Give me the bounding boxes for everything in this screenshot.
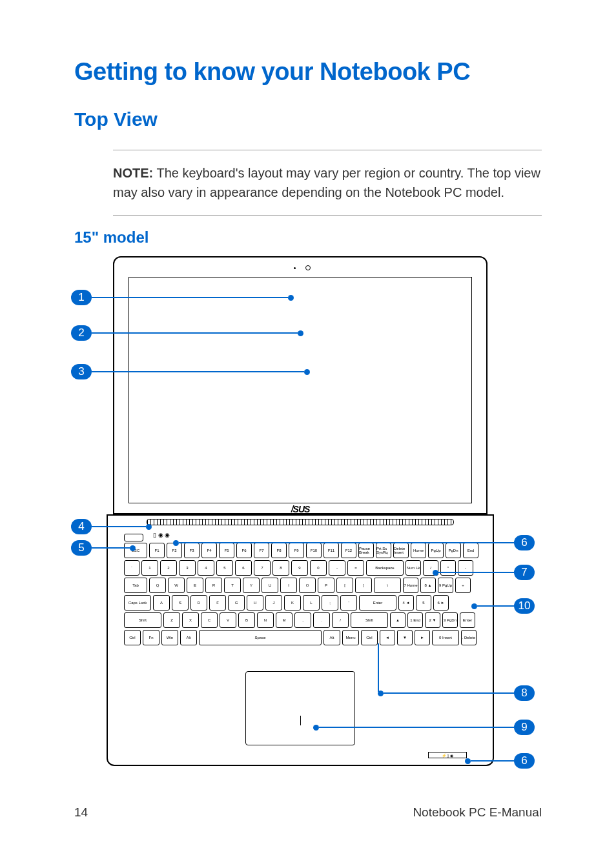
key: J — [265, 595, 282, 611]
key: Fn — [143, 630, 159, 645]
key: Shift — [351, 612, 388, 628]
callout-line — [438, 572, 514, 573]
key: . — [313, 612, 330, 628]
callout-line — [92, 332, 298, 334]
callout-6-top: 6 — [173, 535, 535, 550]
callout-badge-7: 7 — [514, 565, 535, 580]
callout-line — [92, 371, 304, 372]
footer-text: Notebook PC E-Manual — [413, 805, 542, 820]
callout-line — [471, 760, 514, 762]
key: ► — [415, 630, 430, 645]
microphone-icon — [294, 267, 296, 269]
callout-7: 7 — [433, 565, 535, 580]
key: V — [220, 612, 236, 628]
key: / — [332, 612, 349, 628]
key: Z — [163, 612, 180, 628]
key: X — [182, 612, 199, 628]
key: 2 ▼ — [425, 612, 440, 628]
callout-dot — [433, 570, 438, 576]
key: F1 — [149, 543, 165, 558]
callout-9: 9 — [313, 720, 535, 735]
key: F — [209, 595, 226, 611]
key: G — [228, 595, 245, 611]
key-row-3: TabQWERTYUIOP[]\7 Home8 ▲9 PgUp+ — [124, 578, 477, 593]
key: O — [299, 578, 316, 593]
key: 1 — [141, 560, 158, 576]
key: 0 Insert — [432, 630, 459, 645]
callout-1: 1 — [71, 290, 294, 305]
key: H — [247, 595, 263, 611]
key: Q — [149, 578, 166, 593]
key: Num Lk — [406, 560, 421, 576]
key: Shift — [124, 612, 161, 628]
callout-2: 2 — [71, 325, 303, 341]
key: \ — [374, 578, 401, 593]
callout-dot — [288, 295, 294, 301]
key: 7 — [254, 560, 271, 576]
key: E — [187, 578, 203, 593]
key: N — [257, 612, 274, 628]
callout-badge-3: 3 — [71, 364, 92, 379]
key: ' — [340, 595, 357, 611]
key: ◄ — [380, 630, 395, 645]
key-row-2: `1234567890-=BackspaceNum Lk/*- — [124, 560, 477, 576]
key: 5 — [216, 560, 233, 576]
key-row-6: CtrlFnWinAltSpaceAltMenuCtrl◄▼►0 Insert.… — [124, 630, 477, 645]
key: K — [284, 595, 301, 611]
key: 9 — [291, 560, 308, 576]
key: A — [153, 595, 170, 611]
key: D — [190, 595, 207, 611]
page-footer: 14 Notebook PC E-Manual — [74, 805, 542, 820]
key: Ctrl — [124, 630, 141, 645]
key: Backspace — [366, 560, 404, 576]
hinge — [147, 519, 454, 525]
key: ; — [322, 595, 338, 611]
section-title: Top View — [74, 108, 542, 130]
key: Y — [243, 578, 260, 593]
key: ▼ — [397, 630, 413, 645]
callout-dot — [313, 725, 319, 731]
callout-dot — [130, 545, 136, 551]
key: 3 PgDn — [442, 612, 458, 628]
key: , — [294, 612, 311, 628]
key: 7 Home — [403, 578, 418, 593]
key-row-4: Caps LockASDFGHJKL;'Enter4 ◄56 ► — [124, 595, 477, 611]
callout-dot — [173, 540, 179, 546]
callout-badge-2: 2 — [71, 325, 92, 341]
key: P — [318, 578, 334, 593]
note-text: The keyboard's layout may vary per regio… — [113, 166, 540, 199]
key: 6 — [235, 560, 252, 576]
key: Menu — [342, 630, 359, 645]
key: ] — [355, 578, 372, 593]
key: Ctrl — [361, 630, 378, 645]
status-leds-bottom: ⚡ ▯ ◉ — [428, 752, 467, 758]
callout-badge-9: 9 — [514, 720, 535, 735]
callout-line — [477, 605, 514, 607]
callout-badge-6: 6 — [514, 535, 535, 550]
laptop-diagram: /SUS ▯ ◉ ◉ ESCF1F2F3F4F5F6F7F8F9F10F11F1… — [74, 256, 542, 772]
key: S — [172, 595, 189, 611]
key: Space — [199, 630, 322, 645]
callout-5: 5 — [71, 540, 136, 556]
key: Alt — [180, 630, 197, 645]
key: 4 ◄ — [398, 595, 414, 611]
callout-badge-1: 1 — [71, 290, 92, 305]
key: R — [205, 578, 222, 593]
callout-dot — [298, 330, 303, 336]
key: Alt — [323, 630, 340, 645]
key: Tab — [124, 578, 147, 593]
key: L — [303, 595, 320, 611]
touchpad-button-divider — [300, 716, 301, 725]
callout-10: 10 — [471, 598, 535, 614]
key: 1 End — [407, 612, 423, 628]
callout-line — [384, 692, 514, 694]
page-number: 14 — [74, 805, 88, 820]
callout-3: 3 — [71, 364, 310, 379]
display-panel — [128, 277, 472, 503]
key: ▲ — [390, 612, 406, 628]
callout-4: 4 — [71, 519, 152, 534]
callout-6-bottom: 6 — [465, 753, 535, 769]
key: ` — [124, 560, 139, 576]
callout-dot — [471, 603, 477, 609]
key: T — [224, 578, 241, 593]
